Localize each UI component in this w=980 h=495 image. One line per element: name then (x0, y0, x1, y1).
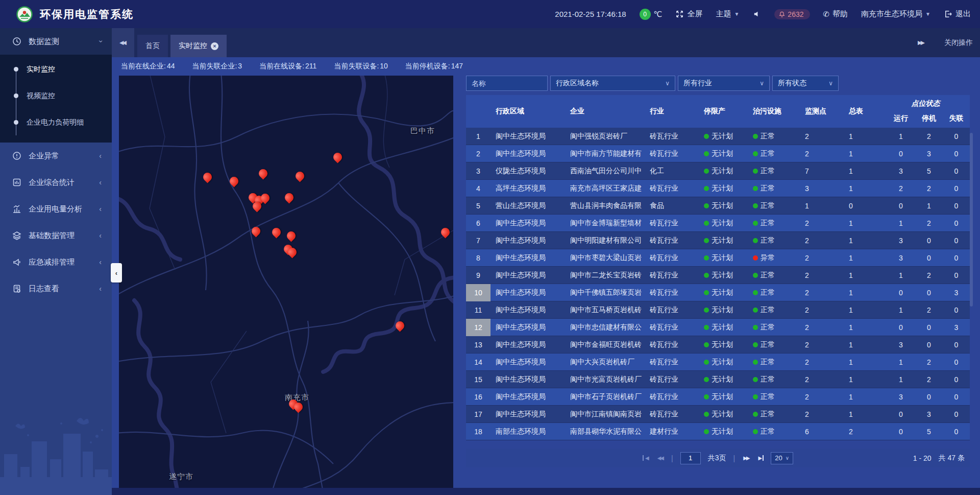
row-index: 11 (466, 306, 491, 314)
table-row[interactable]: 7阆中生态环境局阆中明阳建材有限公司砖瓦行业无计划正常21300 (466, 232, 970, 249)
tabs-scroll-left-button[interactable]: ◀◀ (112, 28, 134, 57)
prev-page-button[interactable]: ◀◀ (656, 455, 664, 461)
org-dropdown[interactable]: 南充市生态环境局 ▼ (861, 9, 930, 19)
chevron-down-icon: ∨ (665, 80, 670, 87)
status-dot (704, 394, 709, 399)
tab[interactable]: 实时监控× (170, 35, 227, 57)
table-row[interactable]: 16阆中生态环境局阆中市石子页岩机砖厂砖瓦行业无计划正常21300 (466, 388, 970, 406)
sidebar-collapse-button[interactable]: ‹ (111, 263, 122, 282)
table-row[interactable]: 4高坪生态环境局南充市高坪区王家店建砖瓦行业无计划正常31220 (466, 180, 970, 197)
industry-filter-select[interactable]: 所有行业 ∨ (678, 76, 770, 91)
table-row[interactable]: 11阆中生态环境局阆中市五马桥页岩机砖砖瓦行业无计划正常21120 (466, 301, 970, 319)
row-index: 1 (466, 132, 491, 140)
page-size-select[interactable]: 20 ∨ (771, 452, 793, 464)
status-dot (704, 377, 709, 382)
logout-button[interactable]: 退出 (944, 9, 971, 19)
tab-close-icon[interactable]: × (211, 42, 218, 50)
stat-item: 当前失联企业:3 (192, 62, 242, 71)
table-row[interactable]: 14阆中生态环境局阆中大兴页岩机砖厂砖瓦行业无计划正常21120 (466, 353, 970, 371)
status-dot (704, 325, 709, 330)
sidebar-item[interactable]: 视频监控 (0, 82, 112, 109)
close-operations-button[interactable]: 关闭操作 (944, 38, 973, 48)
sidebar-group-base-data[interactable]: 基础数据管理‹ (0, 222, 112, 249)
chevron-down-icon: ▼ (925, 11, 930, 17)
map-panel[interactable]: 巴中市南充市遂宁市 (119, 76, 453, 488)
stats-bar: 当前在线企业:44当前失联企业:3当前在线设备:211当前失联设备:10当前停机… (112, 57, 980, 76)
last-page-button[interactable]: ▶ (757, 455, 764, 461)
status-dot (704, 308, 709, 313)
table-scrollbar[interactable] (970, 133, 973, 307)
stat-item: 当前在线设备:211 (259, 62, 316, 71)
status-dot (753, 308, 758, 313)
table-row[interactable]: 18南部生态环境局南部县砌华水泥有限公建材行业无计划正常62050 (466, 423, 970, 440)
table-row[interactable]: 3仪陇生态环境局西南油气田分公司川中化工无计划正常71350 (466, 162, 970, 180)
fullscreen-button[interactable]: 全屏 (675, 9, 702, 19)
row-index: 15 (466, 375, 491, 384)
table-row[interactable]: 9阆中生态环境局阆中市二龙长宝页岩砖砖瓦行业无计划正常21120 (466, 267, 970, 284)
next-page-button[interactable]: ▶▶ (742, 455, 750, 461)
tab[interactable]: 首页 (137, 35, 168, 57)
status-filter-select[interactable]: 所有状态 ∨ (772, 76, 839, 91)
column-header: 企业 (568, 107, 649, 116)
row-index: 6 (466, 219, 491, 227)
log-icon (12, 284, 21, 293)
row-index: 7 (466, 237, 491, 245)
help-button[interactable]: ✆ 帮助 (823, 9, 848, 19)
table-row[interactable]: 5营山生态环境局营山县润丰肉食品有限食品无计划正常10010 (466, 197, 970, 215)
monitor-panel: 行政区域名称 ∨ 所有行业 ∨ 所有状态 ∨ 行政区域企业行业停限产治污设施监测… (466, 76, 970, 488)
chevron-left-icon: ‹ (99, 152, 102, 160)
status-dot (753, 238, 758, 243)
table-row[interactable]: 10阆中生态环境局阆中千佛镇五郎垭页岩砖瓦行业无计划正常21003 (466, 284, 970, 301)
status-dot (704, 255, 709, 261)
table-row[interactable]: 2阆中生态环境局阆中市南方节能建材有砖瓦行业无计划正常21030 (466, 145, 970, 162)
sidebar-group-emergency[interactable]: 应急减排管理‹ (0, 249, 112, 275)
chevron-left-icon: ‹ (99, 285, 102, 293)
column-subheader: 失联 (943, 114, 970, 128)
sidebar-group-enterprise-abnormal[interactable]: 企业异常‹ (0, 143, 112, 169)
table-row[interactable]: 8阆中生态环境局阆中市枣碧大梁山页岩砖瓦行业无计划异常21300 (466, 249, 970, 267)
table-row[interactable]: 12阆中生态环境局阆中市忠信建材有限公砖瓦行业无计划正常21003 (466, 319, 970, 336)
column-subheader: 停机 (915, 114, 943, 128)
range-label: 1 - 20 (913, 454, 932, 462)
sidebar-group-logs[interactable]: 日志查看‹ (0, 275, 112, 302)
theme-dropdown[interactable]: 主题 ▼ (716, 9, 739, 19)
sidebar-group-data-monitor[interactable]: 数据监测‹ (0, 28, 112, 55)
row-index: 3 (466, 167, 491, 175)
app-title: 环保用电监管系统 (40, 7, 134, 21)
filter-bar: 行政区域名称 ∨ 所有行业 ∨ 所有状态 ∨ (466, 76, 970, 91)
table-row[interactable]: 13阆中生态环境局阆中市金福旺页岩机砖砖瓦行业无计划正常21300 (466, 336, 970, 353)
total-count-label: 共 47 条 (939, 454, 965, 463)
column-header: 总表 (844, 107, 887, 116)
tab-list: 首页实时监控× (137, 28, 227, 57)
row-index: 14 (466, 358, 491, 366)
status-dot (704, 151, 709, 156)
status-dot (704, 290, 709, 295)
table-row[interactable]: 17阆中生态环境局阆中市江南镇阆南页岩砖瓦行业无计划正常21030 (466, 406, 970, 423)
table-row[interactable]: 6阆中生态环境局阆中市金博瑞新型墙材砖瓦行业无计划正常21120 (466, 215, 970, 232)
table-row[interactable]: 15阆中生态环境局阆中市光富页岩机砖厂砖瓦行业无计划正常21120 (466, 371, 970, 388)
sidebar-group-power-analysis[interactable]: 企业用电量分析‹ (0, 196, 112, 222)
sidebar-item[interactable]: 企业电力负荷明细 (0, 109, 112, 135)
sidebar-item[interactable]: 实时监控 (0, 56, 112, 82)
chevron-left-icon: ‹ (99, 258, 102, 266)
table-row[interactable]: 1阆中生态环境局阆中强锐页岩砖厂砖瓦行业无计划正常21120 (466, 128, 970, 145)
point-status-group-header: 点位状态 (887, 99, 965, 108)
chevron-down-icon: ∨ (828, 80, 833, 87)
mute-button[interactable] (752, 10, 761, 18)
status-dot (753, 169, 758, 174)
name-filter-input[interactable] (466, 76, 548, 91)
region-filter-select[interactable]: 行政区域名称 ∨ (550, 76, 675, 91)
total-pages-label: 共3页 (708, 454, 726, 463)
chart-icon (12, 204, 21, 214)
page-number-input[interactable] (680, 452, 701, 464)
status-dot (753, 203, 758, 208)
tabs-scroll-right-button[interactable]: ▶▶ (918, 39, 925, 46)
status-dot (704, 238, 709, 243)
temperature-widget: 0 ℃ (640, 9, 663, 20)
alarm-badge[interactable]: 2632 (774, 9, 810, 19)
sidebar-group-enterprise-stats[interactable]: 企业综合统计‹ (0, 169, 112, 196)
row-index: 4 (466, 184, 491, 193)
status-dot (753, 394, 758, 399)
first-page-button[interactable]: ◀ (643, 455, 649, 461)
pagination-bar: ◀ ◀◀ | 共3页 | ▶▶ ▶ 20 ∨ 1 - 20 共 47 条 (466, 449, 970, 467)
